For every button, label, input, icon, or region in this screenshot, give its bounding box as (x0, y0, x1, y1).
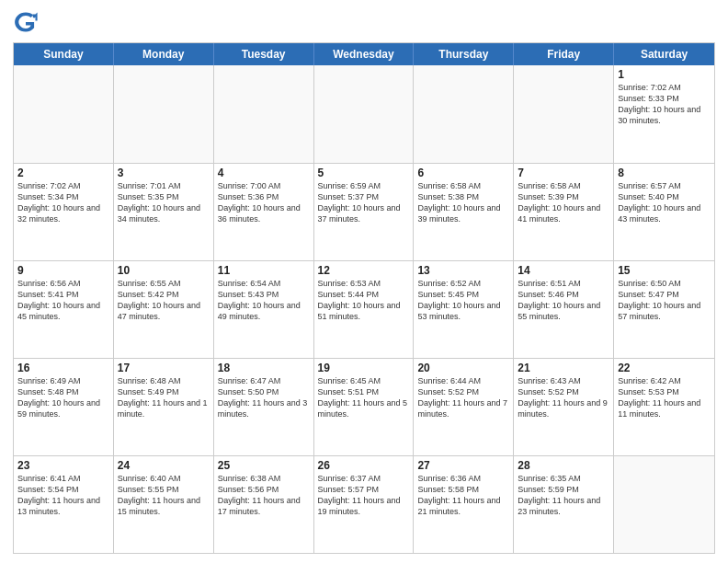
table-row (614, 456, 714, 553)
cell-info: Sunrise: 6:36 AM Sunset: 5:58 PM Dayligh… (417, 473, 509, 518)
cell-info: Sunrise: 6:51 AM Sunset: 5:46 PM Dayligh… (518, 278, 609, 323)
day-number: 6 (417, 167, 509, 179)
calendar-row: 23Sunrise: 6:41 AM Sunset: 5:54 PM Dayli… (14, 455, 714, 553)
table-row (314, 65, 415, 163)
day-number: 19 (318, 362, 410, 374)
day-number: 26 (318, 459, 410, 472)
cell-info: Sunrise: 6:41 AM Sunset: 5:54 PM Dayligh… (17, 473, 109, 518)
day-number: 4 (218, 167, 310, 179)
calendar-row: 1Sunrise: 7:02 AM Sunset: 5:33 PM Daylig… (14, 65, 714, 163)
cell-info: Sunrise: 6:55 AM Sunset: 5:42 PM Dayligh… (118, 278, 210, 323)
table-row: 7Sunrise: 6:58 AM Sunset: 5:39 PM Daylig… (514, 164, 614, 260)
day-number: 2 (17, 167, 109, 179)
table-row: 17Sunrise: 6:48 AM Sunset: 5:49 PM Dayli… (114, 359, 214, 455)
table-row: 21Sunrise: 6:43 AM Sunset: 5:52 PM Dayli… (514, 359, 614, 455)
table-row (14, 65, 114, 163)
table-row: 22Sunrise: 6:42 AM Sunset: 5:53 PM Dayli… (614, 359, 714, 455)
table-row: 15Sunrise: 6:50 AM Sunset: 5:47 PM Dayli… (614, 261, 714, 358)
day-number: 13 (417, 264, 509, 277)
table-row: 5Sunrise: 6:59 AM Sunset: 5:37 PM Daylig… (314, 164, 415, 260)
day-number: 9 (17, 264, 109, 277)
table-row: 4Sunrise: 7:00 AM Sunset: 5:36 PM Daylig… (214, 164, 314, 260)
table-row (114, 65, 214, 163)
day-number: 27 (417, 459, 509, 472)
day-number: 25 (218, 459, 310, 472)
cell-info: Sunrise: 6:59 AM Sunset: 5:37 PM Dayligh… (318, 180, 410, 225)
table-row: 20Sunrise: 6:44 AM Sunset: 5:52 PM Dayli… (414, 359, 514, 455)
table-row: 13Sunrise: 6:52 AM Sunset: 5:45 PM Dayli… (414, 261, 514, 358)
day-number: 7 (518, 167, 609, 179)
cell-info: Sunrise: 6:37 AM Sunset: 5:57 PM Dayligh… (318, 473, 410, 518)
calendar-row: 16Sunrise: 6:49 AM Sunset: 5:48 PM Dayli… (14, 358, 714, 455)
cell-info: Sunrise: 6:58 AM Sunset: 5:39 PM Dayligh… (518, 180, 609, 225)
day-number: 22 (618, 362, 711, 374)
day-number: 12 (318, 264, 410, 277)
table-row: 10Sunrise: 6:55 AM Sunset: 5:42 PM Dayli… (114, 261, 214, 358)
table-row: 26Sunrise: 6:37 AM Sunset: 5:57 PM Dayli… (314, 456, 415, 553)
cell-info: Sunrise: 6:48 AM Sunset: 5:49 PM Dayligh… (118, 375, 210, 420)
cell-info: Sunrise: 6:56 AM Sunset: 5:41 PM Dayligh… (17, 278, 109, 323)
logo-icon (13, 9, 39, 35)
cell-info: Sunrise: 6:43 AM Sunset: 5:52 PM Dayligh… (518, 375, 609, 420)
header-thursday: Thursday (414, 43, 514, 65)
table-row: 27Sunrise: 6:36 AM Sunset: 5:58 PM Dayli… (414, 456, 514, 553)
calendar-container: Sunday Monday Tuesday Wednesday Thursday… (0, 0, 728, 563)
table-row: 12Sunrise: 6:53 AM Sunset: 5:44 PM Dayli… (314, 261, 415, 358)
calendar: Sunday Monday Tuesday Wednesday Thursday… (13, 42, 715, 554)
day-number: 21 (518, 362, 609, 374)
cell-info: Sunrise: 7:01 AM Sunset: 5:35 PM Dayligh… (118, 180, 210, 225)
day-number: 20 (417, 362, 509, 374)
table-row: 28Sunrise: 6:35 AM Sunset: 5:59 PM Dayli… (514, 456, 614, 553)
logo (13, 9, 42, 35)
table-row: 9Sunrise: 6:56 AM Sunset: 5:41 PM Daylig… (14, 261, 114, 358)
cell-info: Sunrise: 6:50 AM Sunset: 5:47 PM Dayligh… (618, 278, 711, 323)
calendar-header: Sunday Monday Tuesday Wednesday Thursday… (14, 43, 714, 65)
table-row (514, 65, 614, 163)
day-number: 18 (218, 362, 310, 374)
day-number: 3 (118, 167, 210, 179)
header-saturday: Saturday (614, 43, 714, 65)
cell-info: Sunrise: 6:49 AM Sunset: 5:48 PM Dayligh… (17, 375, 109, 420)
cell-info: Sunrise: 6:35 AM Sunset: 5:59 PM Dayligh… (518, 473, 609, 518)
table-row: 24Sunrise: 6:40 AM Sunset: 5:55 PM Dayli… (114, 456, 214, 553)
table-row: 23Sunrise: 6:41 AM Sunset: 5:54 PM Dayli… (14, 456, 114, 553)
day-number: 15 (618, 264, 711, 277)
day-number: 11 (218, 264, 310, 277)
cell-info: Sunrise: 6:47 AM Sunset: 5:50 PM Dayligh… (218, 375, 310, 420)
header-monday: Monday (114, 43, 214, 65)
table-row: 3Sunrise: 7:01 AM Sunset: 5:35 PM Daylig… (114, 164, 214, 260)
table-row: 2Sunrise: 7:02 AM Sunset: 5:34 PM Daylig… (14, 164, 114, 260)
table-row (414, 65, 514, 163)
header-sunday: Sunday (14, 43, 114, 65)
day-number: 14 (518, 264, 609, 277)
cell-info: Sunrise: 7:00 AM Sunset: 5:36 PM Dayligh… (218, 180, 310, 225)
day-number: 5 (318, 167, 410, 179)
day-number: 23 (17, 459, 109, 472)
table-row: 25Sunrise: 6:38 AM Sunset: 5:56 PM Dayli… (214, 456, 314, 553)
table-row (214, 65, 314, 163)
header-wednesday: Wednesday (314, 43, 415, 65)
cell-info: Sunrise: 6:58 AM Sunset: 5:38 PM Dayligh… (417, 180, 509, 225)
table-row: 1Sunrise: 7:02 AM Sunset: 5:33 PM Daylig… (614, 65, 714, 163)
table-row: 19Sunrise: 6:45 AM Sunset: 5:51 PM Dayli… (314, 359, 415, 455)
header-friday: Friday (514, 43, 614, 65)
cell-info: Sunrise: 6:53 AM Sunset: 5:44 PM Dayligh… (318, 278, 410, 323)
day-number: 17 (118, 362, 210, 374)
cell-info: Sunrise: 6:38 AM Sunset: 5:56 PM Dayligh… (218, 473, 310, 518)
header (13, 9, 715, 35)
day-number: 8 (618, 167, 711, 179)
cell-info: Sunrise: 7:02 AM Sunset: 5:34 PM Dayligh… (17, 180, 109, 225)
calendar-row: 2Sunrise: 7:02 AM Sunset: 5:34 PM Daylig… (14, 163, 714, 260)
day-number: 16 (17, 362, 109, 374)
table-row: 16Sunrise: 6:49 AM Sunset: 5:48 PM Dayli… (14, 359, 114, 455)
calendar-row: 9Sunrise: 6:56 AM Sunset: 5:41 PM Daylig… (14, 260, 714, 358)
calendar-body: 1Sunrise: 7:02 AM Sunset: 5:33 PM Daylig… (14, 65, 714, 553)
table-row: 14Sunrise: 6:51 AM Sunset: 5:46 PM Dayli… (514, 261, 614, 358)
cell-info: Sunrise: 6:42 AM Sunset: 5:53 PM Dayligh… (618, 375, 711, 420)
day-number: 24 (118, 459, 210, 472)
cell-info: Sunrise: 6:44 AM Sunset: 5:52 PM Dayligh… (417, 375, 509, 420)
day-number: 28 (518, 459, 609, 472)
cell-info: Sunrise: 6:54 AM Sunset: 5:43 PM Dayligh… (218, 278, 310, 323)
cell-info: Sunrise: 6:40 AM Sunset: 5:55 PM Dayligh… (118, 473, 210, 518)
table-row: 18Sunrise: 6:47 AM Sunset: 5:50 PM Dayli… (214, 359, 314, 455)
